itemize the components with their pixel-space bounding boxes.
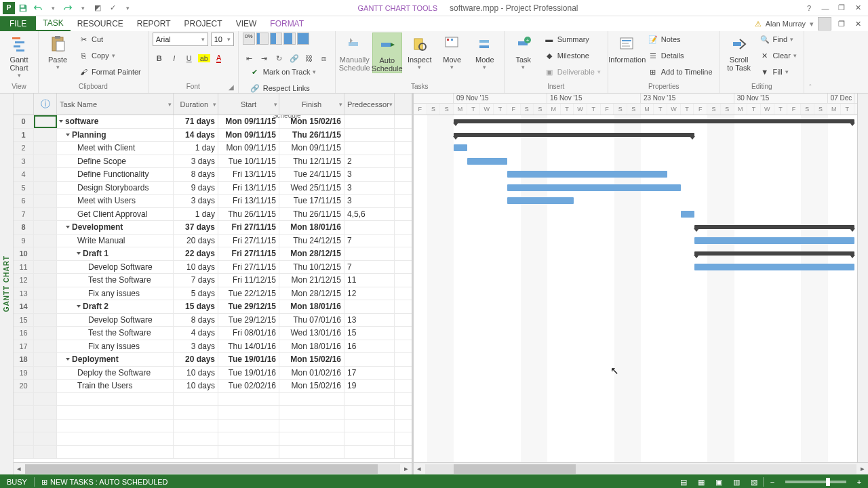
user-name[interactable]: Alan Murray bbox=[766, 20, 806, 28]
table-row[interactable]: 11Develop Software10 daysFri 27/11/15Thu… bbox=[14, 261, 412, 274]
duration-cell[interactable]: 22 days bbox=[174, 247, 218, 260]
start-cell[interactable]: Tue 19/01/16 bbox=[218, 353, 279, 366]
start-cell[interactable]: Mon 09/11/15 bbox=[218, 115, 279, 128]
predecessor-cell[interactable]: 3 bbox=[344, 182, 395, 195]
start-cell[interactable]: Fri 13/11/15 bbox=[218, 168, 279, 181]
percent-complete-buttons[interactable]: 0% bbox=[243, 33, 309, 45]
auto-schedule-button[interactable]: AutoSchedule bbox=[372, 33, 402, 73]
fill-button[interactable]: ▼Fill ▾ bbox=[757, 65, 800, 79]
row-indicator[interactable] bbox=[34, 235, 57, 247]
scroll-thumb[interactable] bbox=[25, 464, 378, 474]
col-task-name[interactable]: Task Name▾ bbox=[57, 94, 174, 115]
gantt-h-scrollbar[interactable]: ◂ ▸ bbox=[414, 462, 868, 474]
row-indicator[interactable] bbox=[34, 340, 57, 353]
task-name-cell[interactable]: Fix any issues bbox=[57, 340, 174, 353]
duration-cell[interactable]: 1 day bbox=[174, 208, 218, 221]
task-name-cell[interactable]: Define Scope bbox=[57, 155, 174, 168]
table-row[interactable]: 4Define Functionality8 daysFri 13/11/15T… bbox=[14, 168, 412, 182]
predecessor-cell[interactable]: 15 bbox=[344, 327, 395, 340]
finish-cell[interactable]: Mon 21/12/15 bbox=[279, 274, 344, 287]
split-button[interactable]: ⧈ bbox=[317, 52, 331, 65]
task-name-cell[interactable]: Define Functionality bbox=[57, 168, 174, 181]
row-indicator[interactable] bbox=[34, 274, 57, 287]
finish-cell[interactable]: Mon 09/11/15 bbox=[279, 142, 344, 155]
expand-icon[interactable] bbox=[66, 226, 70, 228]
finish-cell[interactable]: Mon 18/01/16 bbox=[279, 340, 344, 353]
scroll-to-task-button[interactable]: Scrollto Task bbox=[724, 33, 754, 72]
font-name-combo[interactable]: Arial▾ bbox=[153, 33, 208, 46]
summary-bar[interactable] bbox=[454, 119, 854, 123]
row-number[interactable]: 4 bbox=[14, 168, 34, 181]
finish-cell[interactable]: Thu 24/12/15 bbox=[279, 235, 344, 247]
predecessor-cell[interactable]: 11 bbox=[344, 274, 395, 287]
predecessor-cell[interactable] bbox=[344, 115, 395, 128]
expand-icon[interactable] bbox=[66, 134, 70, 136]
task-name-cell[interactable]: Train the Users bbox=[57, 380, 174, 392]
grid-body[interactable]: 0software71 daysMon 09/11/15Mon 15/02/16… bbox=[14, 115, 412, 462]
row-indicator[interactable] bbox=[34, 380, 57, 392]
fontcolor-button[interactable]: A bbox=[212, 52, 226, 65]
predecessor-cell[interactable] bbox=[344, 247, 395, 260]
finish-cell[interactable]: Mon 28/12/15 bbox=[279, 287, 344, 300]
task-name-cell[interactable]: Develop Software bbox=[57, 261, 174, 274]
start-cell[interactable]: Tue 22/12/15 bbox=[218, 287, 279, 300]
duration-cell[interactable]: 10 days bbox=[174, 261, 218, 274]
view-calendar-icon[interactable]: ▥ bbox=[728, 474, 745, 488]
help-icon[interactable]: ? bbox=[802, 1, 816, 15]
row-indicator[interactable] bbox=[34, 195, 57, 207]
row-number[interactable]: 20 bbox=[14, 380, 34, 392]
start-cell[interactable]: Fri 27/11/15 bbox=[218, 221, 279, 234]
task-name-cell[interactable]: Deploy the Software bbox=[57, 367, 174, 380]
expand-icon[interactable] bbox=[77, 305, 81, 308]
row-indicator[interactable] bbox=[34, 353, 57, 366]
timescale[interactable]: 09 Nov '1516 Nov '1523 Nov '1530 Nov '15… bbox=[414, 94, 868, 115]
summary-bar[interactable] bbox=[694, 225, 854, 229]
task-bar[interactable] bbox=[507, 197, 574, 204]
finish-cell[interactable]: Wed 13/01/16 bbox=[279, 327, 344, 340]
tab-file[interactable]: FILE bbox=[0, 16, 36, 31]
format-painter-button[interactable]: 🖌Format Painter bbox=[75, 65, 144, 79]
inspect-button[interactable]: Inspect▾ bbox=[405, 33, 435, 70]
task-bar[interactable] bbox=[454, 144, 467, 151]
gantt-v-scrollbar[interactable] bbox=[857, 94, 868, 462]
predecessor-cell[interactable] bbox=[344, 221, 395, 234]
gantt-scroll-right-icon[interactable]: ▸ bbox=[857, 464, 868, 474]
italic-button[interactable]: I bbox=[167, 52, 181, 65]
predecessor-cell[interactable]: 17 bbox=[344, 367, 395, 380]
predecessor-cell[interactable]: 7 bbox=[344, 235, 395, 247]
start-cell[interactable]: Tue 10/11/15 bbox=[218, 155, 279, 168]
table-row[interactable]: 12Test the Software7 daysFri 11/12/15Mon… bbox=[14, 274, 412, 287]
finish-cell[interactable]: Thu 07/01/16 bbox=[279, 314, 344, 327]
move-button[interactable]: Move▾ bbox=[437, 33, 467, 70]
col-predecessors[interactable]: Predecessor▾ bbox=[344, 94, 395, 115]
col-start[interactable]: Start▾ bbox=[218, 94, 279, 115]
duration-cell[interactable]: 71 days bbox=[174, 115, 218, 128]
zoom-in-icon[interactable]: + bbox=[850, 474, 868, 488]
task-bar[interactable] bbox=[467, 158, 507, 165]
task-name-cell[interactable]: Meet with Client bbox=[57, 142, 174, 155]
avatar[interactable] bbox=[818, 17, 831, 30]
select-all-cell[interactable] bbox=[14, 94, 34, 115]
indent-button[interactable]: ⇥ bbox=[258, 52, 271, 65]
save-icon[interactable] bbox=[16, 1, 30, 15]
row-number[interactable]: 18 bbox=[14, 353, 34, 366]
task-bar[interactable] bbox=[507, 171, 667, 178]
view-usage-icon[interactable]: ▦ bbox=[692, 474, 710, 488]
predecessor-cell[interactable] bbox=[344, 142, 395, 155]
duration-cell[interactable]: 5 days bbox=[174, 287, 218, 300]
row-indicator[interactable] bbox=[34, 208, 57, 221]
cut-button[interactable]: ✂Cut bbox=[75, 33, 144, 46]
table-row[interactable]: 16Test the Software4 daysFri 08/01/16Wed… bbox=[14, 327, 412, 340]
redo-icon[interactable] bbox=[61, 1, 75, 15]
table-row[interactable]: 20Train the Users10 daysTue 02/02/16Mon … bbox=[14, 380, 412, 393]
row-indicator[interactable] bbox=[34, 142, 57, 155]
table-row[interactable]: 14Draft 215 daysTue 29/12/15Mon 18/01/16 bbox=[14, 300, 412, 314]
row-indicator[interactable] bbox=[34, 221, 57, 234]
outdent-button[interactable]: ⇤ bbox=[243, 52, 256, 65]
manually-schedule-button[interactable]: ManuallySchedule bbox=[340, 33, 370, 72]
start-cell[interactable]: Fri 13/11/15 bbox=[218, 182, 279, 195]
start-cell[interactable]: Thu 26/11/15 bbox=[218, 208, 279, 221]
table-row[interactable]: 9Write Manual20 daysFri 27/11/15Thu 24/1… bbox=[14, 235, 412, 248]
start-cell[interactable]: Fri 08/01/16 bbox=[218, 327, 279, 340]
finish-cell[interactable]: Mon 15/02/16 bbox=[279, 115, 344, 128]
